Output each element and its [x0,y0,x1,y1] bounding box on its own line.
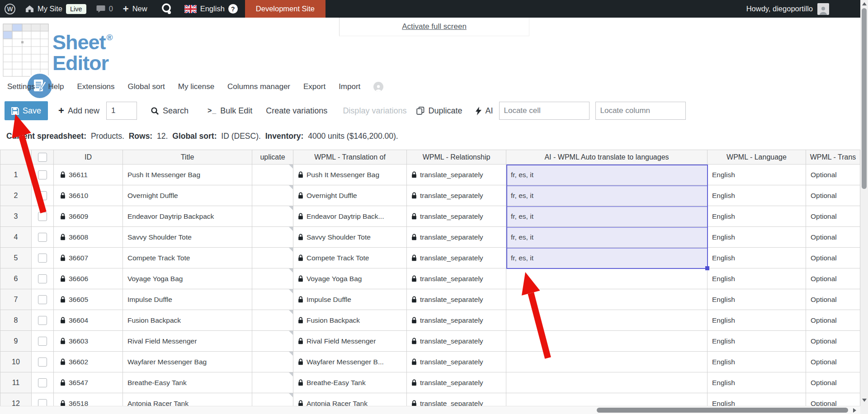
howdy-account-link[interactable]: Howdy, diegoportillo [746,5,813,13]
cell-language[interactable]: English [708,352,806,372]
cell-id[interactable]: 36602 [54,352,123,372]
row-number[interactable]: 1 [0,165,32,185]
cell-language[interactable]: English [708,310,806,331]
cell-language[interactable]: English [708,227,806,248]
select-all-checkbox[interactable] [38,153,47,162]
row-number[interactable]: 10 [0,352,32,372]
horizontal-scrollbar[interactable] [0,406,860,414]
cell-translation_of[interactable]: Rival Field Messenger [293,331,407,352]
cell-duplicate[interactable] [252,372,293,393]
cell-title[interactable]: Breathe-Easy Tank [123,372,252,393]
cell-id[interactable]: 36603 [54,331,123,352]
ai-button[interactable]: AI [476,106,493,116]
new-content-button[interactable]: + New [123,5,147,14]
cell-relationship[interactable]: translate_separately [407,310,506,331]
row-checkbox[interactable] [38,212,47,221]
cell-duplicate[interactable] [252,227,293,248]
row-number[interactable]: 3 [0,206,32,227]
row-checkbox[interactable] [38,295,47,304]
cell-ai[interactable] [506,372,708,393]
column-header-ai[interactable]: AI - WPML Auto translate to languages [506,150,708,165]
search-button[interactable]: Search [151,106,189,116]
avatar[interactable] [817,3,829,15]
cell-relationship[interactable]: translate_separately [407,206,506,227]
cell-translation_of[interactable]: Compete Track Tote [293,248,407,268]
cell-id[interactable]: 36609 [54,206,123,227]
cell-translation_of[interactable]: Breathe-Easy Tank [293,372,407,393]
row-checkbox[interactable] [38,170,47,179]
cell-ai[interactable]: fr, es, it [506,227,708,248]
duplicate-button[interactable]: Duplicate [416,106,462,116]
row-number[interactable]: 7 [0,289,32,310]
cell-relationship[interactable]: translate_separately [407,331,506,352]
scroll-right-arrow-icon[interactable] [853,408,856,413]
add-new-button[interactable]: + Add new [58,106,99,116]
row-number[interactable]: 9 [0,331,32,352]
cell-language[interactable]: English [708,289,806,310]
cell-duplicate[interactable] [252,165,293,185]
cell-relationship[interactable]: translate_separately [407,372,506,393]
save-button[interactable]: Save [5,101,48,120]
cell-id[interactable]: 36608 [54,227,123,248]
locate-cell-input[interactable] [499,102,590,120]
add-count-input[interactable] [106,102,137,120]
cell-duplicate[interactable] [252,206,293,227]
cell-trans[interactable]: Optional [806,248,860,268]
row-number[interactable]: 5 [0,248,32,268]
column-header-language[interactable]: WPML - Language [708,150,806,165]
cell-title[interactable]: Endeavor Daytrip Backpack [123,206,252,227]
cell-duplicate[interactable] [252,331,293,352]
scroll-down-arrow-icon[interactable] [862,399,867,402]
row-number[interactable]: 11 [0,372,32,393]
cell-title[interactable]: Voyage Yoga Bag [123,268,252,289]
cell-translation_of[interactable]: Fusion Backpack [293,310,407,331]
column-header-relationship[interactable]: WPML - Relationship [407,150,506,165]
cell-ai[interactable] [506,268,708,289]
row-checkbox[interactable] [38,233,47,242]
cell-trans[interactable]: Optional [806,185,860,206]
cell-duplicate[interactable] [252,268,293,289]
cell-ai[interactable] [506,352,708,372]
cell-relationship[interactable]: translate_separately [407,268,506,289]
column-header-id[interactable]: ID [54,150,123,165]
row-checkbox[interactable] [38,337,47,346]
cell-title[interactable]: Compete Track Tote [123,248,252,268]
cell-translation_of[interactable]: Impulse Duffle [293,289,407,310]
cell-duplicate[interactable] [252,352,293,372]
cell-language[interactable]: English [708,206,806,227]
cell-translation_of[interactable]: Overnight Duffle [293,185,407,206]
bulk-edit-button[interactable]: >_ Bulk Edit [208,106,252,116]
menu-item-settings[interactable]: Settings [7,82,35,91]
cell-id[interactable]: 36605 [54,289,123,310]
comments-link[interactable]: 0 [96,5,113,13]
corner-header-cell[interactable] [0,150,32,165]
menu-item-export[interactable]: Export [303,82,326,91]
column-header-title[interactable]: Title [123,150,252,165]
cell-ai[interactable]: fr, es, it [506,248,708,268]
menu-item-import[interactable]: Import [339,82,360,91]
vertical-scrollbar[interactable] [860,0,868,406]
cell-relationship[interactable]: translate_separately [407,289,506,310]
cell-duplicate[interactable] [252,248,293,268]
cell-trans[interactable]: Optional [806,227,860,248]
row-checkbox[interactable] [38,378,47,387]
menu-item-help[interactable]: Help [48,82,64,91]
cell-id[interactable]: 36606 [54,268,123,289]
cell-id[interactable]: 36611 [54,165,123,185]
cell-language[interactable]: English [708,331,806,352]
cell-id[interactable]: 36604 [54,310,123,331]
row-checkbox[interactable] [38,254,47,263]
cell-relationship[interactable]: translate_separately [407,248,506,268]
menu-item-global-sort[interactable]: Global sort [128,82,165,91]
cell-title[interactable]: Fusion Backpack [123,310,252,331]
cell-trans[interactable]: Optional [806,310,860,331]
menu-item-my-license[interactable]: My license [178,82,214,91]
cell-ai[interactable] [506,310,708,331]
cell-id[interactable]: 36607 [54,248,123,268]
cell-duplicate[interactable] [252,185,293,206]
cell-translation_of[interactable]: Wayfarer Messenger B... [293,352,407,372]
cell-title[interactable]: Impulse Duffle [123,289,252,310]
cell-language[interactable]: English [708,185,806,206]
cell-trans[interactable]: Optional [806,331,860,352]
horizontal-scroll-thumb[interactable] [597,408,848,413]
